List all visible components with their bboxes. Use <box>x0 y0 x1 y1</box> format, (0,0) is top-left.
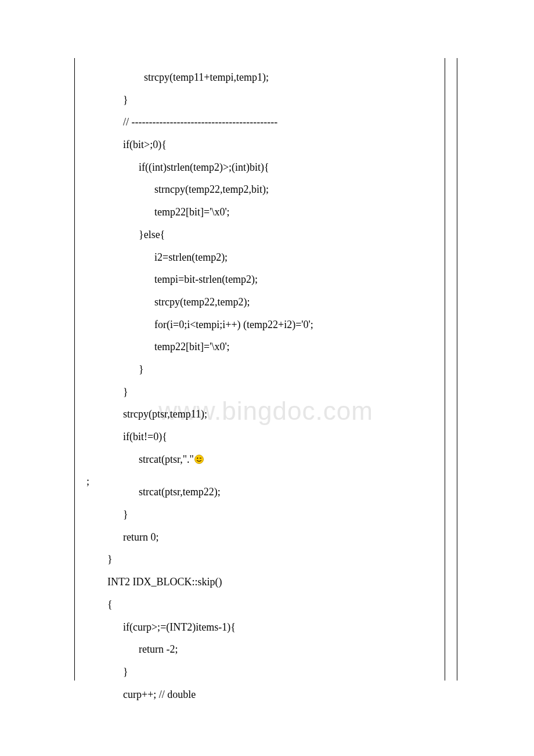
code-line: strncpy(temp22,temp2,bit); <box>86 178 439 201</box>
code-line: } <box>86 381 439 404</box>
wink-emoji-icon <box>194 455 204 464</box>
code-line: i2=strlen(temp2); <box>86 246 439 269</box>
code-line: } <box>86 548 439 571</box>
code-line: strcat(ptsr,"." <box>86 448 439 471</box>
code-line: { <box>86 593 439 616</box>
code-line: strcat(ptsr,temp22); <box>86 481 439 503</box>
code-line: temp22[bit]='\x0'; <box>86 336 439 358</box>
code-line: INT2 IDX_BLOCK::skip() <box>86 571 439 593</box>
stray-semicolon: ; <box>86 470 89 493</box>
document-page-border: www.bingdoc.com strcpy(temp11+tempi,temp… <box>74 58 457 681</box>
code-line: for(i=0;i<tempi;i++) (temp22+i2)='0'; <box>86 314 439 336</box>
code-line: ; <box>86 470 439 481</box>
code-line: strcpy(temp22,temp2); <box>86 291 439 314</box>
code-line: } <box>86 358 439 381</box>
code-line: if(curp>;=(INT2)items-1){ <box>86 616 439 639</box>
svg-point-0 <box>194 455 203 464</box>
code-container: strcpy(temp11+tempi,temp1); } // -------… <box>86 66 439 705</box>
code-line: return -2; <box>86 638 439 661</box>
svg-point-1 <box>197 458 198 459</box>
code-line: strcpy(ptsr,temp11); <box>86 403 439 426</box>
code-line: if((int)strlen(temp2)>;(int)bit){ <box>86 156 439 179</box>
code-line: tempi=bit-strlen(temp2); <box>86 268 439 291</box>
code-line: // -------------------------------------… <box>86 111 439 134</box>
code-line: strcpy(temp11+tempi,temp1); <box>86 66 439 89</box>
code-line: } <box>86 89 439 111</box>
code-content: strcpy(temp11+tempi,temp1); } // -------… <box>75 58 457 705</box>
code-line: if(bit!=0){ <box>86 426 439 448</box>
code-line: if(bit>;0){ <box>86 134 439 156</box>
code-line: temp22[bit]='\x0'; <box>86 201 439 224</box>
code-line: curp++; // double <box>86 683 439 706</box>
code-line: }else{ <box>86 224 439 246</box>
code-line: } <box>86 661 439 683</box>
code-line: } <box>86 503 439 526</box>
code-line: return 0; <box>86 526 439 549</box>
